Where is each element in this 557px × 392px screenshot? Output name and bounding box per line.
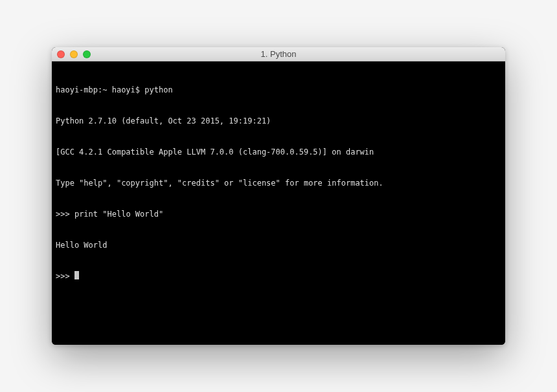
terminal-body[interactable]: haoyi-mbp:~ haoyi$ python Python 2.7.10 …	[52, 61, 505, 345]
window-title: 1. Python	[52, 49, 505, 59]
repl-current-line: >>>	[56, 271, 501, 281]
cursor-icon	[74, 271, 79, 279]
repl-prompt: >>>	[56, 210, 74, 219]
terminal-window: 1. Python haoyi-mbp:~ haoyi$ python Pyth…	[52, 47, 505, 345]
output-line: Python 2.7.10 (default, Oct 23 2015, 19:…	[56, 116, 501, 126]
repl-line: >>> print "Hello World"	[56, 209, 501, 219]
repl-prompt: >>>	[56, 271, 74, 281]
shell-command: python	[144, 85, 172, 94]
repl-input: print "Hello World"	[74, 210, 163, 219]
traffic-lights	[57, 50, 91, 58]
minimize-icon[interactable]	[70, 50, 78, 58]
shell-line: haoyi-mbp:~ haoyi$ python	[56, 85, 501, 95]
close-icon[interactable]	[57, 50, 65, 58]
output-line: Hello World	[56, 240, 501, 250]
shell-prompt: haoyi-mbp:~ haoyi$	[56, 85, 144, 94]
output-line: [GCC 4.2.1 Compatible Apple LLVM 7.0.0 (…	[56, 147, 501, 157]
titlebar[interactable]: 1. Python	[52, 47, 505, 61]
output-line: Type "help", "copyright", "credits" or "…	[56, 178, 501, 188]
zoom-icon[interactable]	[83, 50, 91, 58]
